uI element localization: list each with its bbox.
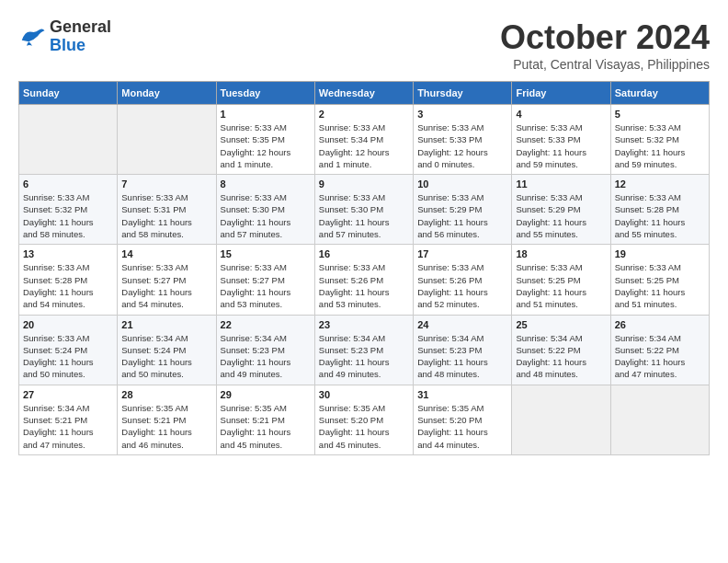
calendar-cell: 5Sunrise: 5:33 AM Sunset: 5:32 PM Daylig… [610, 105, 709, 175]
day-info: Sunrise: 5:33 AM Sunset: 5:28 PM Dayligh… [23, 261, 113, 310]
day-number: 12 [615, 178, 705, 190]
day-info: Sunrise: 5:34 AM Sunset: 5:22 PM Dayligh… [516, 332, 606, 381]
day-info: Sunrise: 5:33 AM Sunset: 5:26 PM Dayligh… [417, 261, 507, 310]
day-number: 25 [516, 319, 606, 330]
calendar-cell: 8Sunrise: 5:33 AM Sunset: 5:30 PM Daylig… [216, 175, 314, 245]
day-info: Sunrise: 5:33 AM Sunset: 5:30 PM Dayligh… [221, 191, 311, 240]
day-number: 10 [417, 178, 507, 190]
day-number: 8 [221, 178, 311, 190]
day-info: Sunrise: 5:33 AM Sunset: 5:29 PM Dayligh… [516, 191, 606, 240]
day-number: 29 [221, 389, 311, 400]
calendar-week-row: 20Sunrise: 5:33 AM Sunset: 5:24 PM Dayli… [19, 315, 710, 385]
day-number: 2 [319, 109, 409, 120]
day-number: 6 [23, 178, 113, 190]
calendar-cell: 17Sunrise: 5:33 AM Sunset: 5:26 PM Dayli… [414, 245, 512, 315]
day-info: Sunrise: 5:35 AM Sunset: 5:20 PM Dayligh… [319, 402, 409, 451]
calendar-cell: 6Sunrise: 5:33 AM Sunset: 5:32 PM Daylig… [19, 175, 118, 245]
day-number: 4 [516, 109, 606, 120]
calendar-cell: 21Sunrise: 5:34 AM Sunset: 5:24 PM Dayli… [118, 315, 216, 385]
location-text: Putat, Central Visayas, Philippines [500, 57, 710, 72]
calendar-cell: 23Sunrise: 5:34 AM Sunset: 5:23 PM Dayli… [314, 315, 413, 385]
calendar-cell: 30Sunrise: 5:35 AM Sunset: 5:20 PM Dayli… [314, 385, 413, 454]
day-info: Sunrise: 5:33 AM Sunset: 5:33 PM Dayligh… [516, 121, 606, 170]
day-header-saturday: Saturday [610, 82, 709, 105]
day-number: 31 [417, 389, 507, 400]
logo: General Blue [18, 18, 111, 55]
calendar-cell: 12Sunrise: 5:33 AM Sunset: 5:28 PM Dayli… [610, 175, 709, 245]
calendar-week-row: 6Sunrise: 5:33 AM Sunset: 5:32 PM Daylig… [19, 175, 710, 245]
day-info: Sunrise: 5:33 AM Sunset: 5:33 PM Dayligh… [417, 121, 507, 170]
day-header-monday: Monday [118, 82, 216, 105]
day-info: Sunrise: 5:35 AM Sunset: 5:21 PM Dayligh… [121, 402, 211, 451]
day-number: 23 [319, 319, 409, 330]
day-number: 28 [121, 389, 211, 400]
logo-bird-icon [18, 26, 46, 48]
day-number: 7 [121, 178, 211, 190]
day-info: Sunrise: 5:34 AM Sunset: 5:21 PM Dayligh… [23, 402, 113, 451]
day-info: Sunrise: 5:33 AM Sunset: 5:29 PM Dayligh… [417, 191, 507, 240]
logo-general-text: General [50, 17, 111, 36]
calendar-cell: 28Sunrise: 5:35 AM Sunset: 5:21 PM Dayli… [118, 385, 216, 454]
day-number: 14 [121, 248, 211, 259]
calendar-cell: 1Sunrise: 5:33 AM Sunset: 5:35 PM Daylig… [216, 105, 314, 175]
day-number: 3 [417, 109, 507, 120]
day-info: Sunrise: 5:35 AM Sunset: 5:20 PM Dayligh… [417, 402, 507, 451]
day-number: 9 [319, 178, 409, 190]
calendar-cell: 7Sunrise: 5:33 AM Sunset: 5:31 PM Daylig… [118, 175, 216, 245]
logo-blue-text: Blue [50, 36, 85, 54]
calendar-cell: 18Sunrise: 5:33 AM Sunset: 5:25 PM Dayli… [512, 245, 610, 315]
calendar-cell: 16Sunrise: 5:33 AM Sunset: 5:26 PM Dayli… [314, 245, 413, 315]
calendar-week-row: 13Sunrise: 5:33 AM Sunset: 5:28 PM Dayli… [19, 245, 710, 315]
calendar-cell [19, 105, 118, 175]
day-number: 21 [121, 319, 211, 330]
day-number: 30 [319, 389, 409, 400]
day-number: 19 [615, 248, 705, 259]
day-number: 1 [221, 109, 311, 120]
day-info: Sunrise: 5:33 AM Sunset: 5:32 PM Dayligh… [23, 191, 113, 240]
day-info: Sunrise: 5:33 AM Sunset: 5:25 PM Dayligh… [615, 261, 705, 310]
day-info: Sunrise: 5:33 AM Sunset: 5:32 PM Dayligh… [615, 121, 705, 170]
day-header-wednesday: Wednesday [314, 82, 413, 105]
day-info: Sunrise: 5:33 AM Sunset: 5:27 PM Dayligh… [121, 261, 211, 310]
day-info: Sunrise: 5:34 AM Sunset: 5:22 PM Dayligh… [615, 332, 705, 381]
day-info: Sunrise: 5:33 AM Sunset: 5:27 PM Dayligh… [221, 261, 311, 310]
calendar-cell: 14Sunrise: 5:33 AM Sunset: 5:27 PM Dayli… [118, 245, 216, 315]
day-info: Sunrise: 5:33 AM Sunset: 5:34 PM Dayligh… [319, 121, 409, 170]
day-info: Sunrise: 5:34 AM Sunset: 5:23 PM Dayligh… [319, 332, 409, 381]
calendar-header-row: SundayMondayTuesdayWednesdayThursdayFrid… [19, 82, 710, 105]
day-number: 13 [23, 248, 113, 259]
calendar-cell: 20Sunrise: 5:33 AM Sunset: 5:24 PM Dayli… [19, 315, 118, 385]
day-number: 15 [221, 248, 311, 259]
calendar-cell: 22Sunrise: 5:34 AM Sunset: 5:23 PM Dayli… [216, 315, 314, 385]
day-info: Sunrise: 5:33 AM Sunset: 5:26 PM Dayligh… [319, 261, 409, 310]
day-info: Sunrise: 5:33 AM Sunset: 5:24 PM Dayligh… [23, 332, 113, 381]
day-header-sunday: Sunday [19, 82, 118, 105]
day-number: 16 [319, 248, 409, 259]
day-number: 11 [516, 178, 606, 190]
calendar-cell: 13Sunrise: 5:33 AM Sunset: 5:28 PM Dayli… [19, 245, 118, 315]
day-info: Sunrise: 5:35 AM Sunset: 5:21 PM Dayligh… [221, 402, 311, 451]
calendar-cell: 19Sunrise: 5:33 AM Sunset: 5:25 PM Dayli… [610, 245, 709, 315]
day-info: Sunrise: 5:34 AM Sunset: 5:24 PM Dayligh… [121, 332, 211, 381]
day-header-friday: Friday [512, 82, 610, 105]
title-block: October 2024 Putat, Central Visayas, Phi… [500, 18, 710, 72]
calendar-week-row: 27Sunrise: 5:34 AM Sunset: 5:21 PM Dayli… [19, 385, 710, 454]
calendar-cell: 9Sunrise: 5:33 AM Sunset: 5:30 PM Daylig… [314, 175, 413, 245]
calendar-cell: 15Sunrise: 5:33 AM Sunset: 5:27 PM Dayli… [216, 245, 314, 315]
calendar-cell [512, 385, 610, 454]
calendar-cell: 24Sunrise: 5:34 AM Sunset: 5:23 PM Dayli… [414, 315, 512, 385]
day-number: 24 [417, 319, 507, 330]
page-header: General Blue October 2024 Putat, Central… [18, 18, 710, 72]
day-info: Sunrise: 5:33 AM Sunset: 5:31 PM Dayligh… [121, 191, 211, 240]
calendar-week-row: 1Sunrise: 5:33 AM Sunset: 5:35 PM Daylig… [19, 105, 710, 175]
day-number: 18 [516, 248, 606, 259]
day-number: 26 [615, 319, 705, 330]
calendar-cell: 10Sunrise: 5:33 AM Sunset: 5:29 PM Dayli… [414, 175, 512, 245]
calendar-cell: 27Sunrise: 5:34 AM Sunset: 5:21 PM Dayli… [19, 385, 118, 454]
day-header-tuesday: Tuesday [216, 82, 314, 105]
day-number: 20 [23, 319, 113, 330]
calendar-table: SundayMondayTuesdayWednesdayThursdayFrid… [18, 81, 710, 455]
day-info: Sunrise: 5:33 AM Sunset: 5:35 PM Dayligh… [221, 121, 311, 170]
day-info: Sunrise: 5:34 AM Sunset: 5:23 PM Dayligh… [221, 332, 311, 381]
day-number: 5 [615, 109, 705, 120]
